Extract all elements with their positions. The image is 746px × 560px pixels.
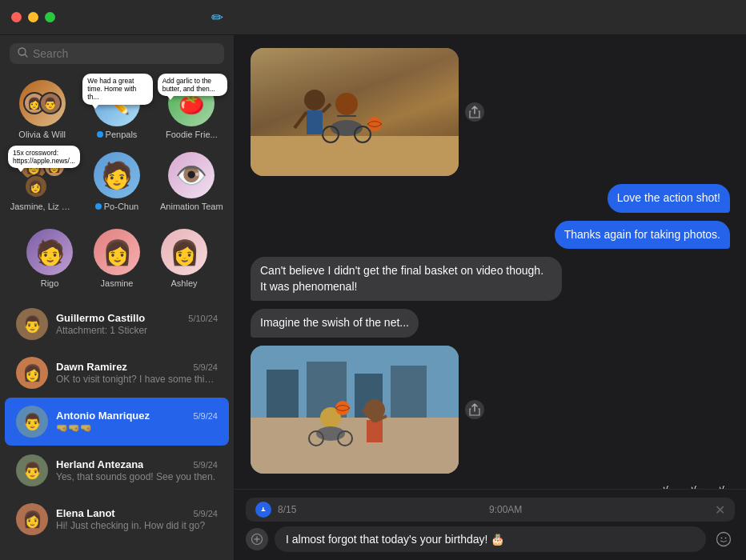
convo-date: 5/9/24 (193, 411, 218, 421)
svg-rect-16 (251, 48, 459, 176)
convo-content: Dawn Ramirez 5/9/24 OK to visit tonight?… (56, 361, 218, 385)
convo-preview: OK to visit tonight? I have some things … (56, 374, 218, 385)
message-list: Love the action shot! Thanks again for t… (235, 35, 746, 489)
contact-name: Foodie Frie... (166, 130, 218, 139)
avatar: 🧑 (26, 229, 73, 275)
convo-date: 5/10/24 (188, 314, 218, 323)
avatar: 👩 👨 (19, 80, 66, 126)
avatar: 👁️ (168, 152, 215, 198)
svg-rect-21 (391, 366, 427, 418)
convo-content: Herland Antezana 5/9/24 Yes, that sounds… (56, 458, 218, 482)
avatar: 👨 (16, 406, 48, 438)
pinned-contacts-row: 🧑 Rigo 👩 Jasmine 👩 Ashley (0, 221, 234, 299)
message-count-badge (255, 502, 271, 518)
contact-jasmine2[interactable]: 👩 Jasmine (83, 224, 150, 293)
conversation-item-dawn[interactable]: 👩 Dawn Ramirez 5/9/24 OK to visit tonigh… (5, 349, 229, 397)
compose-button[interactable]: ✏ (207, 8, 227, 27)
chat-input-area: 8/15 9:00AM ✕ (235, 489, 746, 560)
close-button[interactable] (11, 12, 22, 22)
emoji-button[interactable] (712, 528, 735, 550)
message-image-content (251, 346, 459, 474)
contact-name: Ashley (170, 278, 197, 288)
unread-badge (95, 203, 102, 210)
speech-bubble: We had a great time. Home with th... (82, 74, 152, 105)
conversation-list: 👨 Guillermo Castillo 5/10/24 Attachment:… (0, 299, 234, 560)
message-sent-2: Thanks again for taking photos. (251, 221, 730, 250)
message-image-content (251, 48, 459, 176)
input-row (246, 526, 735, 552)
contact-ashley[interactable]: 👩 Ashley (150, 224, 218, 293)
contact-name: Jasmine, Liz &... (10, 202, 74, 211)
convo-date: 5/9/24 (193, 460, 218, 470)
minimize-button[interactable] (28, 12, 38, 22)
svg-rect-29 (367, 420, 383, 442)
message-image-1 (251, 48, 730, 176)
search-input[interactable] (33, 47, 216, 60)
convo-name: Herland Antezana (56, 458, 143, 470)
message-received-1: Can't believe I didn't get the final bas… (251, 257, 730, 301)
contact-name-row: Po-Chun (95, 202, 138, 211)
share-button[interactable] (465, 102, 484, 122)
svg-rect-34 (262, 510, 266, 512)
conversation-item-herland[interactable]: 👨 Herland Antezana 5/9/24 Yes, that soun… (5, 446, 229, 494)
convo-preview: Yes, that sounds good! See you then. (56, 471, 218, 482)
svg-point-27 (335, 401, 350, 415)
convo-date: 5/9/24 (193, 509, 218, 518)
share-button[interactable] (465, 400, 484, 419)
char-count: 8/15 (278, 504, 296, 515)
avatar: 🧑 (94, 152, 140, 198)
convo-preview: 🤜🤜🤜 (56, 422, 218, 434)
convo-date: 5/9/24 (193, 362, 218, 372)
message-bubble: Can't believe I didn't get the final bas… (251, 257, 562, 301)
conversation-item-elena[interactable]: 👩 Elena Lanot 5/9/24 Hi! Just checking i… (5, 495, 229, 543)
speech-bubble: 15x crossword: https://apple.news/... (8, 146, 80, 168)
conversation-item-antonio[interactable]: 👨 Antonio Manriquez 5/9/24 🤜🤜🤜 (5, 398, 229, 446)
contact-grid-item-animation[interactable]: 👁️ Animation Team (156, 147, 227, 216)
contact-name-row: Penpals (97, 130, 138, 139)
convo-name: Dawn Ramirez (56, 361, 127, 373)
message-sent-1: Love the action shot! (251, 184, 730, 213)
message-bubble: Thanks again for taking photos. (555, 221, 730, 250)
convo-name: Elena Lanot (56, 507, 115, 519)
fullscreen-button[interactable] (45, 12, 55, 22)
unread-badge (97, 131, 103, 138)
char-counter-row: 8/15 9:00AM ✕ (246, 498, 735, 522)
convo-content: Guillermo Castillo 5/10/24 Attachment: 1… (56, 312, 218, 336)
add-attachment-button[interactable] (246, 528, 268, 550)
convo-content: Elena Lanot 5/9/24 Hi! Just checking in.… (56, 507, 218, 531)
conversation-item-guillermo[interactable]: 👨 Guillermo Castillo 5/10/24 Attachment:… (5, 300, 229, 348)
avatar: 👩 (16, 503, 48, 535)
svg-point-37 (721, 538, 723, 539)
contact-rigo[interactable]: 🧑 Rigo (16, 224, 83, 293)
svg-point-38 (725, 538, 727, 539)
message-input[interactable] (275, 526, 706, 552)
contact-grid-item-penpals[interactable]: We had a great time. Home with th... ✏️ … (81, 75, 152, 144)
avatar: 👨 (16, 454, 48, 486)
contact-grid-item-jasmine-group[interactable]: 15x crossword: https://apple.news/... 👩 … (6, 147, 78, 216)
message-bubble: Imagine the swish of the net... (251, 309, 419, 338)
contact-grid-item-olivia[interactable]: 👩 👨 Olivia & Will (6, 75, 78, 144)
avatar: 👩 (94, 229, 140, 275)
contact-name: Animation Team (160, 202, 223, 211)
convo-preview: Hi! Just checking in. How did it go? (56, 520, 218, 531)
avatar: 👩 (161, 229, 207, 275)
contact-grid-item-foodie[interactable]: Add garlic to the butter, and then... 🍅 … (156, 75, 227, 144)
contact-name: Rigo (41, 278, 59, 288)
speech-bubble: Add garlic to the butter, and then... (158, 74, 227, 96)
contact-grid-item-pochun[interactable]: 🧑 Po-Chun (81, 147, 152, 216)
convo-name: Guillermo Castillo (56, 312, 145, 324)
search-bar[interactable] (10, 43, 224, 64)
char-info: 8/15 (255, 502, 296, 518)
send-time: 9:00AM (489, 504, 522, 515)
contact-grid: 👩 👨 Olivia & Will We had a great time. H… (0, 70, 234, 221)
avatar: 👨 (16, 308, 48, 340)
sidebar: 👩 👨 Olivia & Will We had a great time. H… (0, 0, 235, 560)
traffic-lights (11, 12, 55, 22)
svg-rect-22 (251, 418, 459, 474)
avatar: 👩 (16, 357, 48, 389)
convo-preview: Attachment: 1 Sticker (56, 325, 218, 336)
message-received-2: Imagine the swish of the net... (251, 309, 730, 338)
titlebar: ✏ (0, 0, 746, 35)
close-counter-button[interactable]: ✕ (715, 502, 725, 518)
message-tapback: 👏🏾👏🏾👏🏾 Read 5/9/24 (251, 482, 730, 489)
